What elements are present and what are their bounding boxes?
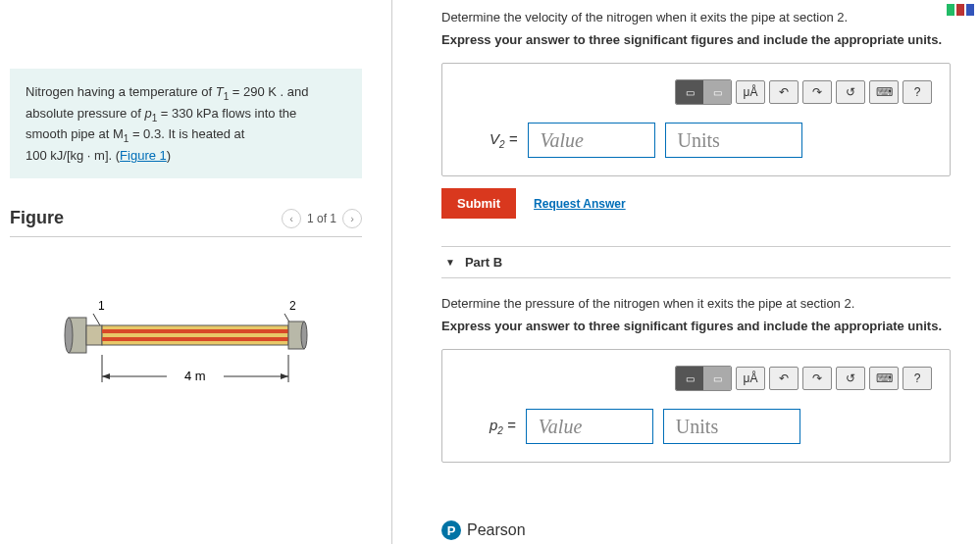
section-2-label: 2 — [289, 299, 296, 313]
variable-label: V2 = — [490, 130, 518, 150]
figure-title: Figure — [10, 208, 64, 228]
help-button[interactable]: ? — [903, 367, 932, 390]
keyboard-button[interactable]: ⌨ — [869, 367, 899, 390]
help-button[interactable]: ? — [903, 80, 932, 104]
value-input[interactable]: Value — [526, 409, 653, 444]
part-b-title: Part B — [465, 255, 502, 270]
part-b-instructions: Express your answer to three significant… — [441, 319, 951, 333]
sym: p — [144, 106, 151, 121]
pearson-footer: P Pearson — [441, 520, 526, 540]
redo-button[interactable]: ↷ — [802, 367, 832, 390]
text: = 290 K . and — [229, 84, 308, 99]
main-container: Nitrogen having a temperature of T1 = 29… — [0, 0, 980, 544]
left-column: Nitrogen having a temperature of T1 = 29… — [0, 0, 392, 544]
part-b-answer-panel: ▭▭ μÅ ↶ ↷ ↺ ⌨ ? p2 = Value Units — [441, 349, 951, 463]
undo-button[interactable]: ↶ — [769, 80, 799, 104]
symbols-button[interactable]: μÅ — [736, 80, 765, 104]
length-label: 4 m — [184, 369, 206, 383]
reset-button[interactable]: ↺ — [836, 367, 865, 390]
part-a-submit-row: Submit Request Answer — [441, 188, 951, 219]
pearson-brand: Pearson — [467, 521, 526, 539]
units-input[interactable]: Units — [663, 409, 800, 444]
part-b-input-row: p2 = Value Units — [460, 409, 932, 444]
figure-header: Figure ‹ 1 of 1 › — [10, 208, 362, 237]
text: = 0.3. It is heated at — [129, 126, 244, 141]
svg-marker-14 — [102, 373, 110, 379]
text: absolute pressure of — [26, 106, 144, 121]
figure-pager: ‹ 1 of 1 › — [282, 209, 362, 228]
svg-point-9 — [301, 321, 307, 349]
figure-link[interactable]: Figure 1 — [120, 148, 167, 163]
pearson-logo-icon: P — [441, 520, 461, 540]
units-input[interactable]: Units — [665, 123, 802, 158]
svg-line-0 — [93, 314, 100, 325]
pager-next-button[interactable]: › — [342, 209, 362, 228]
part-b-toolbar: ▭▭ μÅ ↶ ↷ ↺ ⌨ ? — [460, 366, 932, 391]
text: smooth pipe at — [26, 126, 113, 141]
part-a-toolbar: ▭▭ μÅ ↶ ↷ ↺ ⌨ ? — [460, 79, 932, 105]
symbols-button[interactable]: μÅ — [736, 367, 765, 390]
part-b-header[interactable]: ▼ Part B — [441, 246, 951, 278]
svg-rect-5 — [102, 325, 288, 345]
pipe-diagram: 1 2 — [29, 296, 343, 404]
text: = 330 kPa flows into the — [157, 106, 296, 121]
collapse-icon: ▼ — [445, 257, 455, 268]
part-b-question: Determine the pressure of the nitrogen w… — [441, 296, 951, 311]
submit-button[interactable]: Submit — [441, 188, 516, 219]
pager-prev-button[interactable]: ‹ — [282, 209, 301, 228]
part-a-question: Determine the velocity of the nitrogen w… — [441, 10, 951, 25]
text: Nitrogen having a temperature of — [26, 84, 216, 99]
text: ) — [167, 148, 171, 163]
section-1-label: 1 — [98, 299, 105, 313]
svg-rect-7 — [102, 337, 288, 341]
right-column: Determine the velocity of the nitrogen w… — [392, 0, 980, 544]
undo-button[interactable]: ↶ — [769, 367, 799, 390]
sym: M — [113, 126, 124, 141]
variable-label: p2 = — [490, 417, 516, 436]
svg-point-3 — [65, 318, 73, 353]
redo-button[interactable]: ↷ — [802, 80, 832, 104]
request-answer-link[interactable]: Request Answer — [534, 197, 626, 211]
value-input[interactable]: Value — [528, 123, 655, 158]
svg-marker-15 — [281, 373, 288, 379]
part-a-instructions: Express your answer to three significant… — [441, 32, 951, 47]
part-a-answer-panel: ▭▭ μÅ ↶ ↷ ↺ ⌨ ? V2 = Value Units — [441, 63, 951, 176]
problem-statement: Nitrogen having a temperature of T1 = 29… — [10, 69, 362, 178]
keyboard-button[interactable]: ⌨ — [869, 80, 899, 104]
figure-image: 1 2 — [10, 296, 362, 404]
sym: T — [216, 84, 224, 99]
reset-button[interactable]: ↺ — [836, 80, 865, 104]
template-button[interactable]: ▭▭ — [675, 79, 732, 105]
part-a-input-row: V2 = Value Units — [460, 123, 932, 158]
svg-rect-4 — [86, 325, 102, 345]
svg-rect-6 — [102, 329, 288, 333]
pager-text: 1 of 1 — [307, 212, 336, 225]
text: 100 kJ/[kg · m]. ( — [26, 148, 120, 163]
template-button[interactable]: ▭▭ — [675, 366, 732, 391]
